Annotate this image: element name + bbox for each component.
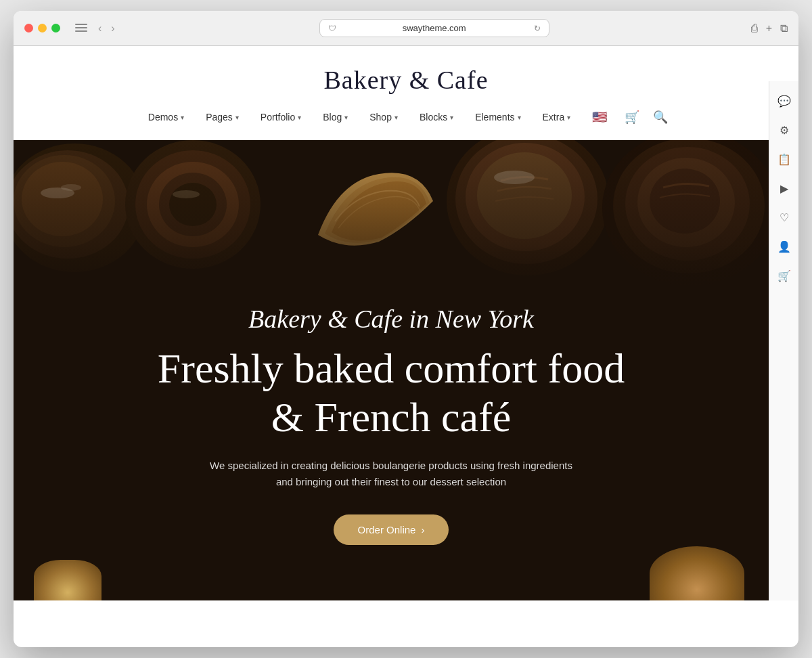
nav-item-extra[interactable]: Extra ▾ xyxy=(532,106,582,128)
nav-item-pages[interactable]: Pages ▾ xyxy=(195,106,250,128)
nav-language-selector[interactable]: 🇺🇸 xyxy=(581,104,618,130)
chevron-down-icon: ▾ xyxy=(450,114,453,121)
chevron-down-icon: ▾ xyxy=(235,114,239,121)
address-bar-container: 🛡 swaytheme.com ↻ xyxy=(126,19,743,37)
fullscreen-button[interactable] xyxy=(51,24,60,32)
toggle-bar xyxy=(75,30,87,32)
browser-window: ‹ › 🛡 swaytheme.com ↻ ⎙ + ⧉ 💬 ⚙ 📋 ▶ ♡ 👤 … xyxy=(14,11,798,647)
share-icon[interactable]: ⎙ xyxy=(751,22,758,35)
right-sidebar: 💬 ⚙ 📋 ▶ ♡ 👤 🛒 xyxy=(769,81,798,600)
video-icon[interactable]: ▶ xyxy=(777,179,791,198)
nav-item-demos[interactable]: Demos ▾ xyxy=(137,106,195,128)
chevron-down-icon: ▾ xyxy=(298,114,301,121)
security-icon: 🛡 xyxy=(328,24,336,33)
toggle-bar xyxy=(75,27,87,28)
refresh-icon[interactable]: ↻ xyxy=(534,24,541,33)
chevron-down-icon: ▾ xyxy=(344,114,348,121)
cart-sidebar-icon[interactable]: 🛒 xyxy=(775,267,794,285)
chevron-down-icon: ▾ xyxy=(567,114,570,121)
comment-icon[interactable]: 💬 xyxy=(775,92,794,110)
url-text: swaytheme.com xyxy=(403,23,466,33)
nav-item-elements[interactable]: Elements ▾ xyxy=(464,106,531,128)
nav-search-icon[interactable]: 🔍 xyxy=(646,104,675,130)
nav-cart-icon[interactable]: 🛒 xyxy=(618,104,646,130)
cta-label: Order Online xyxy=(358,524,416,535)
hero-script-title: Bakery & Cafe in New York xyxy=(248,304,534,334)
hero-photo xyxy=(14,140,769,289)
hero-description: We specialized in creating delicious bou… xyxy=(208,458,574,490)
minimize-button[interactable] xyxy=(38,24,47,32)
hero-content: Bakery & Cafe in New York Freshly baked … xyxy=(14,276,769,600)
hero-main-title: Freshly baked comfort food & French café xyxy=(154,345,628,441)
document-icon[interactable]: 📋 xyxy=(775,150,794,169)
traffic-lights xyxy=(24,24,60,32)
windows-icon[interactable]: ⧉ xyxy=(780,22,788,35)
browser-chrome: ‹ › 🛡 swaytheme.com ↻ ⎙ + ⧉ xyxy=(14,11,798,46)
address-bar[interactable]: 🛡 swaytheme.com ↻ xyxy=(319,19,549,37)
sidebar-toggle-button[interactable] xyxy=(75,24,87,33)
cta-arrow: › xyxy=(421,524,424,535)
nav-item-portfolio[interactable]: Portfolio ▾ xyxy=(250,106,312,128)
website-content: 💬 ⚙ 📋 ▶ ♡ 👤 🛒 Bakery & Cafe Demos ▾ Page… xyxy=(14,46,798,600)
back-button[interactable]: ‹ xyxy=(95,21,104,36)
site-header: Bakery & Cafe xyxy=(14,46,798,95)
chevron-down-icon: ▾ xyxy=(394,114,398,121)
heart-icon[interactable]: ♡ xyxy=(777,209,792,227)
toggle-bar xyxy=(75,24,87,25)
site-logo: Bakery & Cafe xyxy=(27,65,785,95)
site-logo-text: Bakery & Cafe xyxy=(323,66,488,94)
nav-item-blog[interactable]: Blog ▾ xyxy=(312,106,359,128)
nav-item-blocks[interactable]: Blocks ▾ xyxy=(409,106,464,128)
chevron-down-icon: ▾ xyxy=(181,114,184,121)
forward-button[interactable]: › xyxy=(108,21,117,36)
settings-icon[interactable]: ⚙ xyxy=(777,121,792,139)
nav-arrows: ‹ › xyxy=(95,21,118,36)
browser-actions: ⎙ + ⧉ xyxy=(751,22,788,35)
nav-item-shop[interactable]: Shop ▾ xyxy=(359,106,409,128)
close-button[interactable] xyxy=(24,24,33,32)
chevron-down-icon: ▾ xyxy=(518,114,521,121)
main-nav: Demos ▾ Pages ▾ Portfolio ▾ Blog ▾ Shop … xyxy=(14,95,798,140)
svg-rect-24 xyxy=(14,140,769,289)
hero-section: Bakery & Cafe in New York Freshly baked … xyxy=(14,140,798,600)
people-icon[interactable]: 👤 xyxy=(775,238,794,256)
order-online-button[interactable]: Order Online › xyxy=(334,514,449,545)
new-tab-icon[interactable]: + xyxy=(766,22,772,35)
